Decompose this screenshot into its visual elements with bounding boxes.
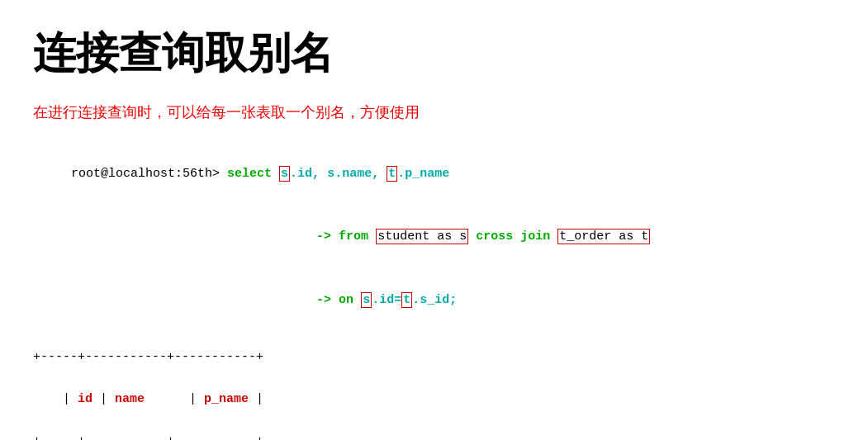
subtitle: 在进行连接查询时，可以给每一张表取一个别名，方便使用 [33, 102, 835, 122]
cross-join-keyword: cross join [476, 229, 550, 244]
result-table: +-----+-----------+-----------+ | id | n… [33, 347, 835, 441]
col-name-rest: .name, [334, 167, 387, 181]
on-t-alias: t [401, 292, 412, 308]
alias-t1: t [387, 166, 397, 182]
table-header-row: | id | name | p_name | [33, 367, 835, 431]
table-border-mid: +-----+-----------+-----------+ [33, 431, 835, 441]
col-pname-rest: .p_name [397, 167, 449, 181]
alias-s1: s [279, 166, 290, 182]
select-keyword: select [227, 167, 272, 181]
indent-spaces [71, 229, 316, 244]
indent-spaces2 [71, 293, 316, 307]
student-alias-box: student as s [376, 229, 468, 244]
arrow3: -> [316, 293, 331, 307]
torder-alias-box: t_order as t [557, 229, 650, 244]
page-title: 连接查询取别名 [33, 25, 835, 83]
col-id-rest: .id, [290, 167, 327, 181]
on-s-alias: s [361, 292, 372, 308]
arrow2: -> [316, 229, 331, 244]
table-border-top: +-----+-----------+-----------+ [33, 347, 835, 368]
on-keyword: on [339, 293, 353, 307]
col-pname-header: p_name [204, 392, 249, 406]
on-id-rest: .id= [372, 293, 401, 307]
on-sid-rest: .s_id; [412, 293, 457, 307]
from-keyword: from [339, 229, 368, 244]
col-id-header: id [78, 392, 92, 406]
code-block: root@localhost:56th> select s.id, s.name… [33, 137, 835, 337]
alias-s2: s [327, 167, 334, 181]
col-name-header: name [115, 392, 145, 406]
prompt: root@localhost:56th> [71, 167, 220, 181]
